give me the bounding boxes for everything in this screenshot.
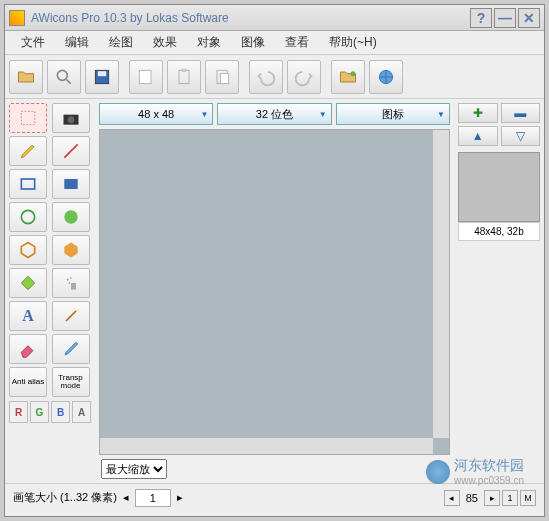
hexagon-outline-tool[interactable] — [9, 235, 47, 265]
hexagon-fill-tool[interactable] — [52, 235, 90, 265]
select-tool[interactable] — [9, 103, 47, 133]
type-dropdown[interactable]: 图标 — [336, 103, 450, 125]
size-dropdown[interactable]: 48 x 48 — [99, 103, 213, 125]
right-status: ◂ 85 ▸ 1 M — [444, 490, 536, 506]
svg-rect-16 — [64, 179, 77, 189]
main-toolbar — [5, 55, 544, 99]
preview-thumbnail[interactable] — [458, 152, 540, 222]
channel-g[interactable]: G — [30, 401, 49, 423]
main-area: A Anti alias Transp mode R G B A 48 x 48… — [5, 99, 544, 483]
svg-rect-11 — [21, 111, 34, 124]
svg-line-14 — [64, 144, 77, 157]
svg-point-9 — [351, 71, 356, 76]
line-tool[interactable] — [52, 136, 90, 166]
save-button[interactable] — [85, 60, 119, 94]
svg-point-23 — [68, 282, 70, 284]
new-image-button[interactable] — [129, 60, 163, 94]
titlebar: AWicons Pro 10.3 by Lokas Software ? — ✕ — [5, 5, 544, 31]
move-up-button[interactable]: ▲ — [458, 126, 498, 146]
eraser-tool[interactable] — [9, 334, 47, 364]
move-down-button[interactable]: ▽ — [501, 126, 541, 146]
library-button[interactable] — [331, 60, 365, 94]
menu-edit[interactable]: 编辑 — [55, 31, 99, 54]
paste-button[interactable] — [205, 60, 239, 94]
svg-rect-8 — [220, 73, 228, 83]
zoom-row: 最大缩放 — [97, 457, 452, 481]
mode-m[interactable]: M — [520, 490, 536, 506]
app-logo-icon — [9, 10, 25, 26]
help-button[interactable]: ? — [470, 8, 492, 28]
horizontal-scrollbar[interactable] — [100, 438, 433, 454]
svg-rect-15 — [21, 179, 34, 189]
spray-tool[interactable] — [52, 268, 90, 298]
vertical-scrollbar[interactable] — [433, 130, 449, 438]
brush-size-input[interactable] — [135, 489, 171, 507]
menu-object[interactable]: 对象 — [187, 31, 231, 54]
svg-rect-5 — [179, 70, 189, 83]
svg-rect-6 — [182, 68, 187, 71]
rect-outline-tool[interactable] — [9, 169, 47, 199]
menu-help[interactable]: 帮助(~H) — [319, 31, 387, 54]
wand-tool[interactable] — [52, 301, 90, 331]
channel-a[interactable]: A — [72, 401, 91, 423]
camera-tool[interactable] — [52, 103, 90, 133]
fill-tool[interactable] — [9, 268, 47, 298]
menu-file[interactable]: 文件 — [11, 31, 55, 54]
menu-draw[interactable]: 绘图 — [99, 31, 143, 54]
redo-button[interactable] — [287, 60, 321, 94]
brush-spin-up[interactable]: ▸ — [177, 491, 183, 504]
zoom-dropdown[interactable]: 最大缩放 — [101, 459, 167, 479]
antialias-toggle[interactable]: Anti alias — [9, 367, 47, 397]
svg-point-21 — [66, 279, 68, 281]
nav-prev[interactable]: ◂ — [444, 490, 460, 506]
right-panel: ✚ ▬ ▲ ▽ 48x48, 32b — [454, 99, 544, 483]
menu-effect[interactable]: 效果 — [143, 31, 187, 54]
rgba-channels: R G B A — [9, 401, 91, 423]
search-button[interactable] — [47, 60, 81, 94]
dropdown-row: 48 x 48 32 位色 图标 — [97, 101, 452, 127]
preview-label: 48x48, 32b — [458, 222, 540, 241]
status-bar: 画笔大小 (1..32 像素) ◂ ▸ ◂ 85 ▸ 1 M — [5, 483, 544, 511]
brush-label: 画笔大小 (1..32 像素) — [13, 490, 117, 505]
center-panel: 48 x 48 32 位色 图标 最大缩放 — [95, 99, 454, 483]
svg-point-17 — [21, 210, 34, 223]
minimize-button[interactable]: — — [494, 8, 516, 28]
channel-r[interactable]: R — [9, 401, 28, 423]
undo-button[interactable] — [249, 60, 283, 94]
svg-line-25 — [66, 311, 76, 321]
toolbox: A Anti alias Transp mode R G B A — [5, 99, 95, 483]
add-format-button[interactable]: ✚ — [458, 103, 498, 123]
svg-line-1 — [67, 79, 71, 83]
svg-point-13 — [67, 116, 74, 123]
transpmode-toggle[interactable]: Transp mode — [52, 367, 90, 397]
brush-spin-down[interactable]: ◂ — [123, 491, 129, 504]
menu-view[interactable]: 查看 — [275, 31, 319, 54]
svg-marker-19 — [21, 243, 34, 258]
text-tool[interactable]: A — [9, 301, 47, 331]
web-button[interactable] — [369, 60, 403, 94]
colordepth-dropdown[interactable]: 32 位色 — [217, 103, 331, 125]
nav-value: 85 — [462, 492, 482, 504]
svg-rect-24 — [71, 283, 76, 290]
menu-image[interactable]: 图像 — [231, 31, 275, 54]
nav-next[interactable]: ▸ — [484, 490, 500, 506]
svg-marker-20 — [64, 243, 77, 258]
close-button[interactable]: ✕ — [518, 8, 540, 28]
canvas[interactable] — [99, 129, 450, 455]
clipboard-button[interactable] — [167, 60, 201, 94]
circle-fill-tool[interactable] — [52, 202, 90, 232]
app-window: AWicons Pro 10.3 by Lokas Software ? — ✕… — [4, 4, 545, 517]
eyedropper-tool[interactable] — [52, 334, 90, 364]
menubar: 文件 编辑 绘图 效果 对象 图像 查看 帮助(~H) — [5, 31, 544, 55]
open-button[interactable] — [9, 60, 43, 94]
window-title: AWicons Pro 10.3 by Lokas Software — [31, 11, 468, 25]
svg-rect-3 — [98, 71, 106, 76]
pencil-tool[interactable] — [9, 136, 47, 166]
circle-outline-tool[interactable] — [9, 202, 47, 232]
svg-rect-4 — [139, 70, 151, 83]
rect-fill-tool[interactable] — [52, 169, 90, 199]
remove-format-button[interactable]: ▬ — [501, 103, 541, 123]
channel-b[interactable]: B — [51, 401, 70, 423]
svg-point-18 — [64, 210, 77, 223]
mode-1[interactable]: 1 — [502, 490, 518, 506]
